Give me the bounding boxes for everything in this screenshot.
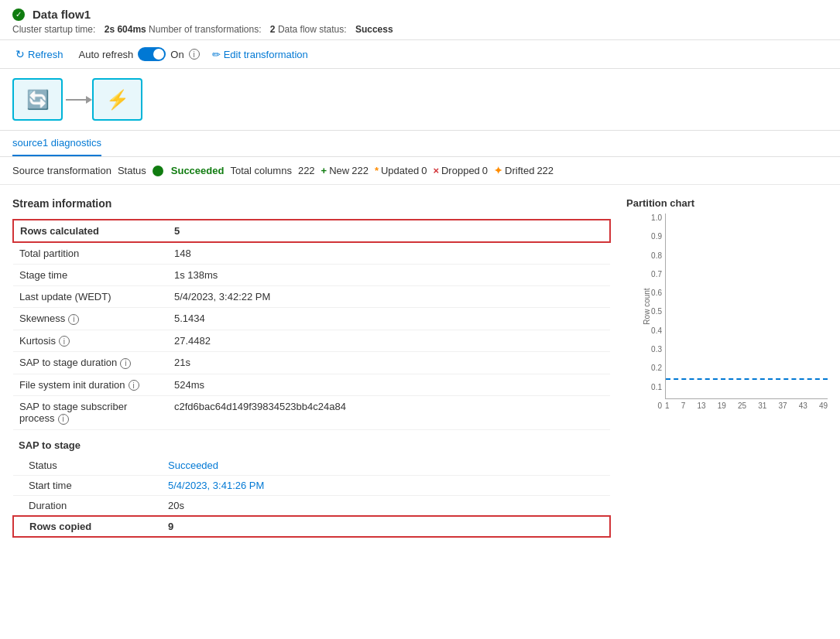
new-label: New [329,165,349,176]
sap-stage-label: Rows copied [13,516,153,537]
status-value: Succeeded [171,165,225,176]
x-tick-19: 19 [718,402,726,410]
stream-info-label: File system init durationi [13,374,168,396]
sap-stage-label: Start time [13,475,153,495]
right-panel: Partition chart 1.0 0.9 0.8 0.7 0.6 0.5 … [626,197,828,538]
updated-dot-icon: * [375,165,379,176]
left-panel: Stream information Rows calculated5Total… [12,197,611,538]
toggle-on-label: On [170,49,183,60]
stream-info-value: 148 [168,242,610,265]
x-tick-49: 49 [819,402,828,410]
dropped-value: 0 [482,165,488,176]
row-info-icon[interactable]: i [129,380,139,391]
y-tick-0.8: 0.8 [651,251,662,260]
cluster-startup-value: 2s 604ms [105,24,146,35]
total-columns-value: 222 [298,165,315,176]
y-tick-0.5: 0.5 [651,307,662,316]
auto-refresh-group: Auto refresh On i [79,47,200,61]
chart-x-ticks: 1 7 13 19 25 31 37 43 49 [665,402,828,410]
auto-refresh-label: Auto refresh [79,49,134,60]
dropped-stat: × Dropped 0 [433,165,488,176]
source-node[interactable]: 🔄 [12,78,63,121]
edit-transformation-button[interactable]: ✏ Edit transformation [212,49,308,60]
stream-info-value: 5 [168,220,610,242]
chart-title: Partition chart [626,197,828,209]
page-title: Data flow1 [33,8,91,21]
refresh-button[interactable]: ↻ Refresh [12,46,67,62]
stream-info-value: 5.1434 [168,308,610,330]
status-label: Status [118,165,146,176]
x-tick-13: 13 [697,402,705,410]
stream-info-label: Total partition [13,242,168,265]
stream-info-label: SAP to stage durationi [13,352,168,374]
pencil-icon: ✏ [212,49,221,60]
x-tick-7: 7 [681,402,686,410]
row-info-icon[interactable]: i [120,358,131,369]
diagnostics-tab[interactable]: source1 diagnostics [12,131,101,156]
x-tick-1: 1 [665,402,670,410]
stream-info-table: Rows calculated5Total partition148Stage … [12,219,611,430]
sap-stage-value: 5/4/2023, 3:41:26 PM [153,475,610,495]
dest-node[interactable]: ⚡ [92,78,142,121]
dropped-label: Dropped [441,165,480,176]
y-tick-0.7: 0.7 [651,270,662,278]
updated-label: Updated [381,165,419,176]
chart-area: Row count [665,214,828,399]
toolbar: ↻ Refresh Auto refresh On i ✏ Edit trans… [0,40,840,69]
refresh-icon: ↻ [15,48,25,60]
tab-bar: source1 diagnostics [0,131,840,157]
status-bar: Source transformation Status Succeeded T… [0,157,840,185]
top-bar: ✓ Data flow1 Cluster startup time: 2s 60… [0,0,840,40]
updated-stat: * Updated 0 [375,165,427,176]
new-value: 222 [351,165,369,176]
total-columns-label: Total columns [230,165,291,176]
stream-info-label: SAP to stage subscriber processi [13,396,168,430]
toggle-knob [153,49,164,60]
data-flow-status-label: Data flow status: [278,24,347,35]
sap-stage-value: Succeeded [153,456,610,476]
sap-to-stage-title: SAP to stage [12,439,611,451]
stream-info-value: 1s 138ms [168,265,610,286]
auto-refresh-toggle[interactable] [138,47,166,61]
sap-to-stage-table: StatusSucceededStart time5/4/2023, 3:41:… [12,456,611,538]
diagram-area: 🔄 ⚡ [0,69,840,131]
dest-node-icon: ⚡ [106,89,129,111]
x-tick-25: 25 [738,402,746,410]
y-tick-1.0: 1.0 [651,214,662,222]
updated-value: 0 [421,165,427,176]
stream-info-value: 5/4/2023, 3:42:22 PM [168,286,610,308]
source-transformation-label: Source transformation [12,165,111,176]
sap-stage-label: Duration [13,495,153,516]
y-tick-0.9: 0.9 [651,232,662,241]
row-info-icon[interactable]: i [58,414,69,425]
x-tick-37: 37 [778,402,787,410]
toggle-info-icon[interactable]: i [189,49,200,60]
refresh-label: Refresh [28,49,63,60]
stream-info-label: Kurtosisi [13,330,168,352]
y-tick-0.2: 0.2 [651,364,662,372]
status-icon: ✓ [12,9,25,21]
num-transformations-label: Number of transformations: [149,24,261,35]
sap-stage-value: 20s [153,495,610,516]
row-info-icon[interactable]: i [59,336,70,347]
source-node-icon: 🔄 [26,89,50,111]
stream-info-value: 27.4482 [168,330,610,352]
x-tick-31: 31 [758,402,766,410]
node-connector-arrow [66,99,89,101]
dropped-x-icon: × [433,165,439,176]
new-plus-icon: + [321,165,327,176]
row-info-icon[interactable]: i [68,314,79,325]
y-tick-0.3: 0.3 [651,345,662,354]
y-tick-0.1: 0.1 [651,383,662,391]
stream-info-title: Stream information [12,197,611,210]
subtitle-row: Cluster startup time: 2s 604ms Number of… [12,24,828,35]
y-tick-0.4: 0.4 [651,326,662,335]
y-tick-0.6: 0.6 [651,289,662,297]
new-stat: + New 222 [321,165,369,176]
sap-stage-label: Status [13,456,153,476]
edit-label: Edit transformation [224,49,308,60]
stream-info-label: Stage time [13,265,168,286]
sap-stage-value: 9 [153,516,610,537]
succeeded-dot [153,166,163,176]
drifted-stat: ✦ Drifted 222 [494,165,554,176]
